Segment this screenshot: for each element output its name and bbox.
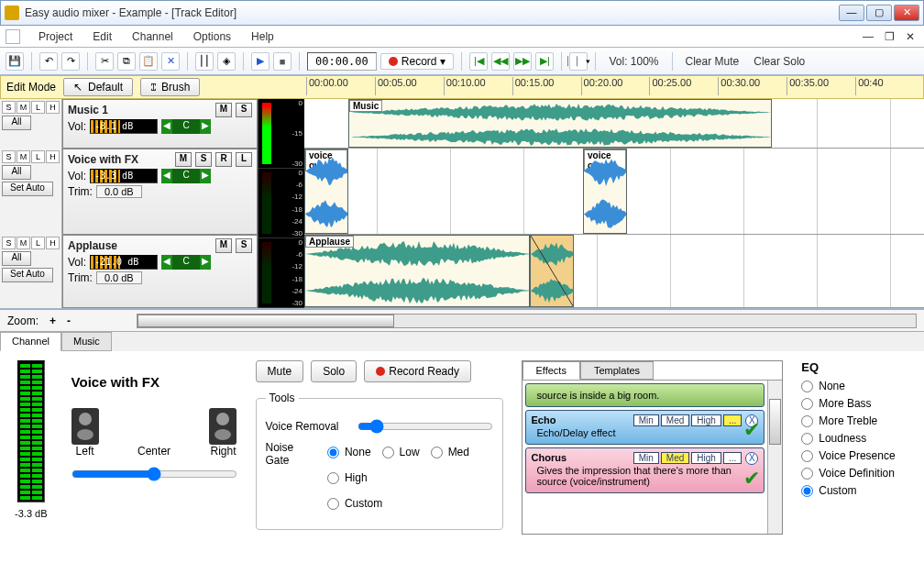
undo-icon[interactable]: ↶ [39,52,58,71]
noise-gate-low[interactable]: Low [382,446,420,458]
fastforward-icon[interactable]: ▶▶ [513,52,532,71]
effect-level-min[interactable]: Min [633,452,659,464]
effects-scrollbar[interactable] [767,381,782,534]
volume-display[interactable]: -8.1 dB [90,119,158,134]
track-size-m[interactable]: M [16,237,30,249]
track-header[interactable]: ApplauseMSVol:-21.0 dB◀C▶Trim:0.0 dB [62,235,258,308]
effect-level-med[interactable]: Med [661,414,689,426]
clear-mute-button[interactable]: Clear Mute [680,55,745,68]
delete-icon[interactable]: ✕ [161,52,180,71]
split-icon[interactable]: ⎮⎮ [195,52,214,71]
audio-clip[interactable] [530,235,574,307]
audio-clip[interactable]: Music [348,99,772,148]
pan-control[interactable]: ◀C▶ [161,255,211,270]
solo-button[interactable]: Solo [311,360,357,382]
zoom-in-button[interactable]: + [50,315,56,327]
track-size-h[interactable]: H [46,237,60,249]
noise-gate-none[interactable]: None [327,446,371,458]
stop-icon[interactable]: ■ [273,52,292,71]
track-size-m[interactable]: M [16,101,30,114]
track-s-button[interactable]: S [195,152,212,167]
track-size-s[interactable]: S [2,101,16,114]
trim-icon[interactable]: ◈ [217,52,236,71]
track-size-l[interactable]: L [31,101,45,114]
noise-gate-med[interactable]: Med [431,446,469,458]
menu-help[interactable]: Help [242,28,283,45]
window-minimize-button[interactable]: — [839,5,864,21]
trim-value[interactable]: 0.0 dB [96,185,142,198]
audio-clip[interactable]: voice ov [583,149,627,234]
mute-button[interactable]: Mute [256,360,304,382]
effect-level-med[interactable]: Med [661,452,689,464]
tab-music[interactable]: Music [61,332,112,351]
scrollbar-thumb[interactable] [138,315,394,327]
track-s-button[interactable]: S [236,238,252,253]
effect-level-high[interactable]: High [691,452,721,464]
volume-display[interactable]: -3.3 dB [90,169,158,183]
record-button[interactable]: Record ▾ [380,53,455,70]
eq-loudness[interactable]: Loudness [801,432,915,445]
noise-gate-custom[interactable]: Custom [327,497,493,510]
record-ready-button[interactable]: Record Ready [364,360,471,382]
track-size-m[interactable]: M [16,150,30,163]
effect-level-...[interactable]: ... [723,414,742,426]
track-all-button[interactable]: All [2,165,31,180]
track-header[interactable]: Voice with FXMSRLVol:-3.3 dB◀C▶Trim:0.0 … [62,149,258,235]
audio-clip[interactable]: Applause [304,235,530,307]
copy-icon[interactable]: ⧉ [117,52,136,71]
effect-item[interactable]: EchoXMinMedHigh...Echo/Delay effect✔ [525,410,765,445]
eq-voice-presence[interactable]: Voice Presence [801,449,915,462]
window-maximize-button[interactable]: ▢ [866,5,892,21]
cut-icon[interactable]: ✂ [95,52,114,71]
play-icon[interactable]: ▶ [251,52,270,71]
goto-start-icon[interactable]: |◀ [469,52,488,71]
track-size-l[interactable]: L [31,150,45,163]
volume-display[interactable]: -21.0 dB [90,255,158,270]
effect-level-high[interactable]: High [691,414,721,426]
goto-end-icon[interactable]: ▶| [535,52,554,71]
child-restore[interactable]: ❐ [881,30,898,43]
menu-options[interactable]: Options [184,28,240,45]
child-close[interactable]: ✕ [902,30,918,43]
track-header[interactable]: Music 1MSVol:-8.1 dB◀C▶ [62,99,258,149]
eq-voice-definition[interactable]: Voice Definition [801,467,915,480]
snap-icon[interactable]: ⎸⎸▾ [569,52,588,71]
menu-channel[interactable]: Channel [123,28,182,45]
audio-clip[interactable]: voice ov [304,149,348,234]
zoom-out-button[interactable]: - [67,315,71,327]
rewind-icon[interactable]: ◀◀ [491,52,510,71]
track-all-button[interactable]: All [2,251,31,266]
horizontal-scrollbar[interactable] [137,314,917,328]
eq-more-bass[interactable]: More Bass [801,397,915,410]
track-size-s[interactable]: S [2,150,16,163]
track-size-h[interactable]: H [46,101,60,114]
voice-removal-slider[interactable] [358,419,493,434]
set-auto-button[interactable]: Set Auto [2,182,53,196]
track-m-button[interactable]: M [175,152,192,167]
set-auto-button[interactable]: Set Auto [2,268,53,282]
trim-value[interactable]: 0.0 dB [96,271,142,284]
track-l-button[interactable]: L [236,152,252,167]
effect-item[interactable]: ChorusXMinMedHigh...Gives the impression… [525,447,765,493]
pan-slider[interactable] [72,467,237,481]
clear-solo-button[interactable]: Clear Solo [748,55,810,68]
track-m-button[interactable]: M [215,103,232,117]
eq-custom[interactable]: Custom [801,484,915,497]
noise-gate-high[interactable]: High [327,471,368,484]
menu-project[interactable]: Project [29,28,82,45]
volume-label[interactable]: Vol: 100% [603,55,664,68]
window-close-button[interactable]: ✕ [894,5,919,21]
redo-icon[interactable]: ↷ [61,52,80,71]
track-s-button[interactable]: S [236,103,252,117]
track-m-button[interactable]: M [215,238,232,253]
save-icon[interactable]: 💾 [6,52,24,71]
default-tool-button[interactable]: ↖Default [63,78,133,96]
paste-icon[interactable]: 📋 [139,52,158,71]
eq-none[interactable]: None [801,380,915,392]
brush-tool-button[interactable]: ꞮBrush [140,78,200,96]
track-size-l[interactable]: L [31,237,45,249]
tab-channel[interactable]: Channel [0,332,61,351]
waveform-lane[interactable]: Applause [304,235,924,308]
eq-more-treble[interactable]: More Treble [801,414,915,427]
waveform-lane[interactable]: Music [304,99,924,149]
